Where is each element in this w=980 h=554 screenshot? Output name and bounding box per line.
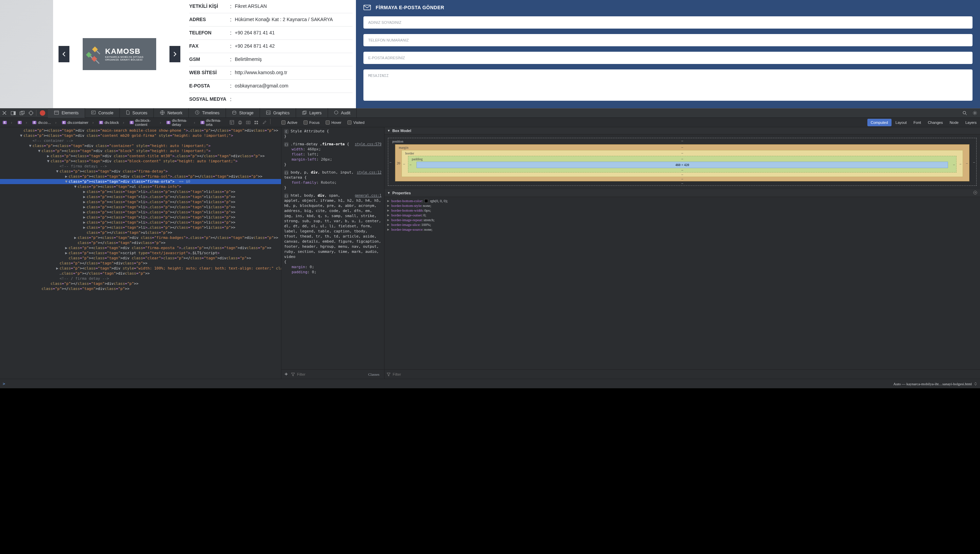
- element-picker-button[interactable]: [27, 108, 35, 118]
- screenshot-icon[interactable]: [244, 119, 252, 126]
- dom-node[interactable]: ▼class="p"><class="tagn">div class="firm…: [0, 169, 281, 174]
- dom-node[interactable]: ▶class="p"><class="tagn">div class="cont…: [0, 153, 281, 159]
- tab-sources[interactable]: Sources: [120, 108, 154, 118]
- breadcrumb-item[interactable]: Ediv.container: [59, 118, 96, 127]
- dom-node[interactable]: class="p"></class="tagn">divclass="p">>: [0, 261, 281, 266]
- dom-node[interactable]: class="p"><class="tagn">div class="main-…: [0, 128, 281, 133]
- rendered-page: KAMOSB KAYNARCA MOBİLYA İHTİSAS ORGANİZE…: [0, 0, 980, 108]
- dom-node[interactable]: ▶class="p"><class="tagn">li>…class="p"><…: [0, 225, 281, 230]
- dom-node[interactable]: <!-- firma detayı -->: [0, 164, 281, 169]
- tab-timelines[interactable]: Timelines: [189, 108, 226, 118]
- dom-tree[interactable]: class="p"><class="tagn">div class="main-…: [0, 127, 281, 379]
- carousel-next-button[interactable]: [169, 46, 180, 62]
- crumb[interactable]: E: [15, 118, 30, 127]
- source-link[interactable]: style.css:579: [355, 142, 382, 146]
- breadcrumb-item[interactable]: Ediv.block-content: [127, 118, 164, 127]
- dock-side-button[interactable]: [9, 108, 18, 118]
- computed-property[interactable]: ▶border-image-slice: 100%;: [387, 222, 977, 227]
- message-field[interactable]: [363, 69, 972, 101]
- tab-audit[interactable]: Audit: [328, 108, 356, 118]
- toggle-hover[interactable]: Hover: [326, 121, 341, 124]
- computed-property[interactable]: ▶border-bottom-width: 0px;: [387, 208, 977, 213]
- close-devtools-button[interactable]: [0, 108, 9, 118]
- dom-node[interactable]: ▶class="p"><class="tagn">script type="te…: [0, 250, 281, 256]
- new-rule-button[interactable]: ＋: [283, 371, 289, 378]
- console-strip[interactable]: > Auto — kaynarca-mobilya-iht…sanayi-bol…: [0, 379, 980, 388]
- computed-properties-list[interactable]: ▶border-bottom-color: rgb(0, 0, 0);▶bord…: [385, 197, 980, 233]
- computed-property[interactable]: ▶border-bottom-color: rgb(0, 0, 0);: [387, 198, 977, 203]
- computed-filter-input[interactable]: [393, 372, 978, 376]
- computed-property[interactable]: ▶border-image-repeat: stretch;: [387, 217, 977, 222]
- dom-node[interactable]: class="p"></class="tagn">divclass="p">>: [0, 240, 281, 245]
- settings-button[interactable]: [970, 111, 980, 115]
- info-icon[interactable]: [973, 191, 977, 195]
- dom-node[interactable]: <!-- container -->: [0, 138, 281, 143]
- styles-tab-layout[interactable]: Layout: [892, 118, 910, 127]
- computed-property[interactable]: ▶border-image-source: none;: [387, 227, 977, 232]
- dom-node[interactable]: class="p"></class="tagn">divclass="p">>: [0, 286, 281, 291]
- dom-node[interactable]: ▶class="p"><class="tagn">li>…class="p"><…: [0, 210, 281, 215]
- console-context-label[interactable]: Auto — kaynarca-mobilya-iht…sanayi-bolge…: [893, 382, 977, 386]
- breadcrumb-item[interactable]: Ediv.firma-detay: [164, 118, 198, 127]
- dom-node[interactable]: ▼class="p"><class="tagn">div class="cont…: [0, 133, 281, 138]
- source-link[interactable]: general.css:1: [355, 193, 382, 198]
- dom-node[interactable]: class="p"><class="tagn">div class="clear…: [0, 256, 281, 261]
- tab-storage[interactable]: Storage: [226, 108, 260, 118]
- tab-console[interactable]: Console: [85, 108, 120, 118]
- dom-node[interactable]: ▶class="p"><class="tagn">div style="widt…: [0, 266, 281, 271]
- tab-layers[interactable]: Layers: [296, 108, 328, 118]
- styles-tab-computed[interactable]: Computed: [867, 119, 891, 126]
- edit-icon[interactable]: [261, 119, 268, 126]
- name-field[interactable]: [363, 16, 972, 29]
- styles-tab-node[interactable]: Node: [946, 118, 962, 127]
- dom-node[interactable]: ▶class="p"><class="tagn">li>…class="p"><…: [0, 205, 281, 210]
- dom-node[interactable]: ▼class="p"><class="tagn">div class="firm…: [0, 179, 281, 184]
- dom-node[interactable]: ▶class="p"><class="tagn">li>…class="p"><…: [0, 220, 281, 225]
- layout-icon[interactable]: [228, 119, 235, 126]
- computed-property[interactable]: ▶border-bottom-style: none;: [387, 203, 977, 208]
- toggle-visited[interactable]: Visited: [347, 121, 364, 124]
- dock-popout-button[interactable]: [18, 108, 27, 118]
- grid-icon[interactable]: [253, 119, 260, 126]
- dom-node[interactable]: class="p"></class="tagn">divclass="p">>: [0, 281, 281, 286]
- phone-field[interactable]: [363, 34, 972, 46]
- breadcrumb-item[interactable]: Ediv.firma-orta: [198, 118, 225, 127]
- search-button[interactable]: [959, 111, 970, 115]
- styles-tab-layers[interactable]: Layers: [962, 118, 980, 127]
- dom-node[interactable]: ▶class="p"><class="tagn">div class="firm…: [0, 245, 281, 250]
- styles-rules[interactable]: EStyle Attribute { } style.css:579{}.fir…: [282, 127, 384, 369]
- dom-node[interactable]: ▶class="p"><class="tagn">div class="firm…: [0, 235, 281, 240]
- dom-node[interactable]: <!-- / firma detay -->: [0, 276, 281, 281]
- dom-node[interactable]: ▶class="p"><class="tagn">li>…class="p"><…: [0, 215, 281, 220]
- dom-node[interactable]: ▼class="p"><class="tagn">ul class="firma…: [0, 184, 281, 189]
- computed-property[interactable]: ▶border-image-outset: 0;: [387, 213, 977, 217]
- breadcrumb-item[interactable]: Ediv.co…: [30, 118, 59, 127]
- carousel-prev-button[interactable]: [59, 46, 69, 62]
- tab-graphics[interactable]: Graphics: [260, 108, 296, 118]
- breadcrumb-item[interactable]: Ediv.block: [96, 118, 127, 127]
- tab-elements[interactable]: Elements: [48, 108, 85, 118]
- toggle-active[interactable]: Active: [282, 121, 298, 124]
- box-model-header[interactable]: ▼Box Model: [385, 127, 980, 134]
- crumb-root[interactable]: E: [0, 118, 15, 127]
- styles-filter-input[interactable]: [297, 372, 363, 376]
- print-icon[interactable]: [236, 119, 243, 126]
- tab-network[interactable]: Network: [154, 108, 189, 118]
- dom-node[interactable]: ▶class="p"><class="tagn">li>…class="p"><…: [0, 189, 281, 194]
- dom-node[interactable]: ▶class="p"><class="tagn">div class="firm…: [0, 174, 281, 179]
- error-badge[interactable]: [40, 110, 45, 116]
- dom-node[interactable]: ▶class="p"><class="tagn">li>…class="p"><…: [0, 199, 281, 205]
- source-link[interactable]: style.css:12: [357, 170, 382, 175]
- classes-toggle-button[interactable]: Classes: [366, 372, 382, 377]
- toggle-focus[interactable]: Focus: [304, 121, 320, 124]
- dom-node[interactable]: ▼class="p"><class="tagn">div class="bloc…: [0, 148, 281, 153]
- dom-node[interactable]: ▶class="p"><class="tagn">li>…class="p"><…: [0, 194, 281, 199]
- styles-tab-font[interactable]: Font: [910, 118, 924, 127]
- styles-tab-changes[interactable]: Changes: [924, 118, 946, 127]
- dom-node[interactable]: ▼class="p"><class="tagn">div class="cont…: [0, 143, 281, 148]
- dom-node[interactable]: class="p"></class="tagn">ulclass="p">>: [0, 230, 281, 235]
- dom-node[interactable]: …class="p"></class="tagn">divclass="p">>: [0, 271, 281, 276]
- email-field[interactable]: [363, 52, 972, 64]
- dom-node[interactable]: ▼class="p"><class="tagn">div class="bloc…: [0, 159, 281, 164]
- properties-header[interactable]: ▼Properties: [385, 189, 980, 197]
